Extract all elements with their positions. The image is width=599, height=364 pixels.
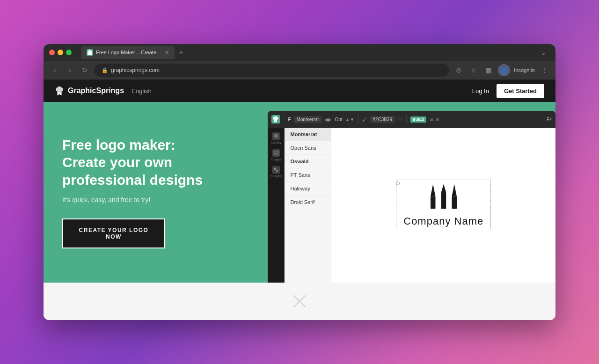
svg-rect-3 [274, 168, 276, 170]
incognito-label: Incognito [514, 67, 535, 73]
svg-marker-6 [431, 184, 436, 196]
font-icon: F [288, 117, 291, 122]
hero-left: Free logo maker:Create your ownprofessio… [44, 102, 258, 283]
shapes-icon [272, 166, 280, 174]
address-input[interactable]: 🔒 graphicsprings.com [94, 64, 449, 77]
title-bar: Free Logo Maker – Create a Lo... ✕ + ⌄ [44, 44, 555, 61]
toolbar-sep-2 [358, 116, 358, 123]
maximize-button[interactable] [66, 50, 72, 55]
color-dot [398, 117, 402, 122]
brand: GraphicSprings [55, 85, 124, 96]
font-droidserif[interactable]: Droid Serif [285, 196, 331, 209]
svg-point-4 [276, 170, 278, 172]
color-hex-display: #2C3B39 [370, 116, 395, 123]
editor-brand-icon [271, 115, 280, 124]
tab-title: Free Logo Maker – Create a Lo... [96, 50, 162, 55]
suite-label: Suite [429, 117, 439, 122]
color-icon: 🖍 [362, 117, 367, 122]
company-logo-svg [427, 183, 460, 211]
sidebar-tool-shapes[interactable]: Shapes [270, 165, 283, 178]
bookmark-icon[interactable]: ☆ [468, 65, 479, 76]
svg-rect-7 [441, 192, 446, 209]
login-button[interactable]: Log In [472, 87, 489, 95]
close-button[interactable] [49, 50, 55, 55]
brand-icon [55, 85, 64, 96]
company-name-text: Company Name [403, 215, 483, 227]
fx-label[interactable]: Fx [547, 117, 552, 122]
canvas-logo-area: Company Name [403, 183, 483, 227]
profile-avatar: 👤 [501, 67, 507, 73]
identity-label: Identity [271, 141, 282, 144]
back-button[interactable]: ‹ [49, 65, 60, 76]
site-nav: GraphicSprings English Log In Get Starte… [44, 80, 555, 102]
font-ptsans[interactable]: PT Sans [285, 168, 331, 182]
minimize-button[interactable] [58, 50, 63, 55]
profile-button[interactable]: 👤 [498, 64, 510, 76]
brand-name: GraphicSprings [68, 87, 124, 95]
svg-marker-10 [452, 184, 457, 196]
tab-bar: Free Logo Maker – Create a Lo... ✕ + ⌄ [81, 46, 550, 59]
editor-toolbar: F Montserrat ◀▶ Opt ▲▼ 🖍 #2C3B39 BUILD S… [268, 111, 555, 128]
svg-point-1 [275, 135, 277, 137]
font-nav-arrows: ◀▶ [324, 117, 332, 122]
selection-handle[interactable] [396, 182, 400, 185]
toolbar-sep-3 [406, 116, 407, 123]
sidebar-tool-images[interactable]: Images [270, 148, 283, 161]
tab-close-button[interactable]: ✕ [165, 50, 169, 56]
reload-button[interactable]: ↻ [79, 65, 90, 76]
identity-icon [272, 132, 280, 140]
font-opensans[interactable]: Open Sans [285, 141, 331, 155]
hero-subtitle: It's quick, easy, and free to try! [62, 196, 240, 204]
menu-button[interactable]: ⋮ [539, 65, 550, 76]
svg-marker-8 [441, 184, 446, 192]
active-tab[interactable]: Free Logo Maker – Create a Lo... ✕ [81, 46, 175, 59]
website-content: GraphicSprings English Log In Get Starte… [44, 80, 555, 320]
images-icon [272, 149, 280, 157]
images-label: Images [270, 158, 281, 161]
collapse-icon[interactable]: ⌄ [537, 49, 550, 56]
traffic-lights [49, 50, 72, 55]
create-logo-button[interactable]: CREATE YOUR LOGO NOW [62, 218, 165, 248]
hero-right: F Montserrat ◀▶ Opt ▲▼ 🖍 #2C3B39 BUILD S… [258, 102, 555, 283]
toolbar-separator [284, 116, 284, 123]
tab-favicon [87, 49, 93, 56]
hero-section: Free logo maker:Create your ownprofessio… [44, 102, 555, 283]
opt-label: Opt [335, 117, 342, 122]
svg-rect-5 [431, 196, 436, 208]
lock-icon: 🔒 [102, 67, 108, 73]
build-button[interactable]: BUILD [410, 116, 426, 123]
extension-icon[interactable]: ▦ [483, 65, 494, 76]
font-oswald[interactable]: Oswald [285, 155, 331, 168]
browser-toolbar-icons: ⊘ ☆ ▦ 👤 Incognito ⋮ [453, 64, 550, 76]
new-tab-button[interactable]: + [175, 46, 188, 59]
forward-button[interactable]: › [64, 65, 75, 76]
svg-rect-9 [452, 196, 457, 208]
language-selector[interactable]: English [131, 87, 152, 95]
opt-arrows: ▲▼ [345, 117, 355, 122]
fonts-panel: Montserrat Open Sans Oswald PT Sans Hale… [285, 128, 331, 283]
font-haleway[interactable]: Haleway [285, 182, 331, 196]
font-montserrat[interactable]: Montserrat [285, 128, 331, 141]
sidebar-tool-identity[interactable]: Identity [270, 131, 283, 145]
nav-right: Log In Get Started [472, 84, 544, 98]
cross-scissors-icon [290, 292, 309, 311]
bottom-section [44, 283, 555, 320]
editor-canvas[interactable]: Company Name [331, 128, 555, 283]
browser-window: Free Logo Maker – Create a Lo... ✕ + ⌄ ‹… [44, 44, 555, 320]
hero-title: Free logo maker:Create your ownprofessio… [62, 136, 240, 189]
font-name-display[interactable]: Montserrat [294, 116, 322, 123]
editor-body: Identity Images [268, 128, 555, 283]
editor-sidebar: Identity Images [268, 128, 285, 283]
tab-right-controls: ⌄ [537, 49, 550, 56]
url-text: graphicsprings.com [111, 67, 160, 73]
address-bar: ‹ › ↻ 🔒 graphicsprings.com ⊘ ☆ ▦ 👤 Incog… [44, 61, 555, 80]
editor-mockup: F Montserrat ◀▶ Opt ▲▼ 🖍 #2C3B39 BUILD S… [268, 111, 555, 283]
shapes-label: Shapes [270, 175, 282, 178]
cast-icon[interactable]: ⊘ [453, 65, 464, 76]
get-started-button[interactable]: Get Started [497, 84, 544, 98]
